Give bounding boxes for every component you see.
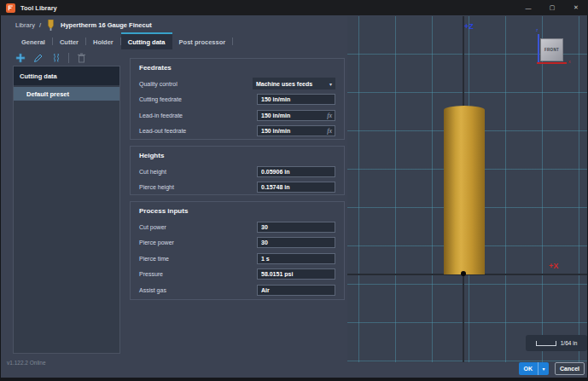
close-icon[interactable]: ✕ — [564, 0, 588, 15]
scale-indicator: 1/64 in — [526, 335, 587, 351]
version-text: v1.122.2 Online — [7, 360, 46, 366]
tool-library-window: Tool Library — ▢ ✕ Library / Hypertherm … — [0, 0, 588, 381]
quality-control-label: Quality control — [139, 81, 178, 87]
cut-power-input[interactable] — [258, 224, 335, 230]
pierce-time-input[interactable] — [258, 256, 335, 262]
view-cube-x-tick: x — [568, 59, 571, 64]
pierce-time-row: Pierce time — [139, 251, 335, 267]
cut-height-field — [257, 166, 335, 177]
lead-out-feedrate-field: fx — [257, 125, 335, 136]
breadcrumb-library-link[interactable]: Library — [15, 21, 35, 29]
pierce-power-input[interactable] — [258, 240, 335, 245]
pierce-time-field — [257, 253, 335, 264]
ruler-icon — [536, 341, 556, 346]
tab-post-processor[interactable]: Post processor — [172, 32, 233, 49]
heights-group: Heights Cut height Pierce height — [130, 146, 345, 195]
cut-power-label: Cut power — [139, 224, 166, 230]
edit-preset-button[interactable] — [32, 52, 44, 64]
trash-icon — [77, 53, 86, 63]
ok-dropdown-button[interactable]: ▾ — [538, 362, 549, 375]
minimize-icon[interactable]: — — [516, 0, 540, 15]
preset-list-panel: Cutting data Default preset — [13, 66, 120, 354]
feedrates-title: Feedrates — [139, 64, 335, 72]
breadcrumb-tool-name: Hypertherm 16 Gauge Finecut — [61, 21, 152, 29]
process-inputs-group: Process inputs Cut power Pierce power Pi… — [130, 201, 345, 300]
ok-button[interactable]: OK — [519, 362, 539, 375]
maximize-icon[interactable]: ▢ — [540, 0, 564, 15]
lead-in-feedrate-label: Lead-in feedrate — [139, 113, 183, 118]
title-bar: Tool Library — ▢ ✕ — [0, 0, 588, 15]
lead-out-feedrate-label: Lead-out feedrate — [139, 128, 186, 134]
view-cube-z-tick: z — [536, 27, 539, 32]
lead-in-feedrate-row: Lead-in feedrate fx — [139, 107, 335, 124]
fx-icon[interactable]: fx — [326, 127, 335, 135]
add-preset-button[interactable] — [15, 52, 26, 64]
lead-out-feedrate-input[interactable] — [258, 128, 326, 134]
cut-height-input[interactable] — [258, 169, 335, 175]
breadcrumb-separator: / — [39, 21, 41, 29]
tab-cutting-data[interactable]: Cutting data — [121, 32, 172, 49]
pressure-input[interactable] — [258, 271, 335, 277]
compare-presets-button[interactable] — [50, 52, 62, 64]
pressure-field — [257, 268, 335, 280]
cut-power-field — [257, 222, 335, 233]
delete-preset-button[interactable] — [75, 52, 87, 64]
tab-holder[interactable]: Holder — [86, 32, 120, 49]
chevron-down-icon: ▾ — [543, 366, 545, 372]
cutting-feedrate-row: Cutting feedrate — [139, 92, 335, 108]
heights-title: Heights — [139, 152, 335, 159]
breadcrumb: Library / Hypertherm 16 Gauge Finecut — [15, 18, 152, 32]
tool-library-dialog: Library / Hypertherm 16 Gauge Finecut Ge… — [1, 15, 587, 378]
plus-icon — [15, 53, 26, 63]
tab-separator — [232, 38, 233, 45]
toolbar-divider — [68, 53, 69, 63]
edit-icon — [33, 53, 44, 63]
pressure-label: Pressure — [139, 271, 163, 277]
assist-gas-row: Assist gas — [139, 282, 335, 298]
assist-gas-input[interactable] — [258, 287, 335, 293]
tool-geometry — [444, 106, 485, 274]
tool-origin-point — [461, 271, 466, 276]
view-cube[interactable]: FRONT — [540, 38, 563, 61]
tab-general[interactable]: General — [15, 32, 52, 49]
window-title: Tool Library — [20, 4, 57, 12]
cutting-feedrate-label: Cutting feedrate — [139, 96, 182, 102]
cut-height-row: Cut height — [139, 164, 335, 180]
lead-out-feedrate-row: Lead-out feedrate fx — [139, 124, 335, 140]
ok-button-group: OK ▾ — [519, 362, 550, 375]
quality-control-row: Quality control Machine uses feeds ▾ — [139, 76, 335, 92]
assist-gas-field — [257, 285, 335, 296]
x-axis-label: +X — [549, 262, 558, 270]
pierce-power-field — [257, 237, 335, 248]
quality-control-value: Machine uses feeds — [256, 81, 312, 87]
view-cube-x-axis — [537, 62, 567, 64]
compare-icon — [51, 53, 61, 63]
pierce-height-label: Pierce height — [139, 184, 174, 190]
feedrates-group: Feedrates Quality control Machine uses f… — [130, 58, 345, 140]
pierce-height-row: Pierce height — [139, 180, 335, 196]
preset-list-item-default[interactable]: Default preset — [14, 87, 119, 101]
cutting-feedrate-field — [257, 94, 335, 105]
lead-in-feedrate-field: fx — [257, 110, 335, 121]
app-icon — [6, 3, 15, 13]
quality-control-select[interactable]: Machine uses feeds ▾ — [253, 78, 335, 89]
pierce-power-row: Pierce power — [139, 235, 335, 251]
fx-icon[interactable]: fx — [326, 112, 335, 119]
tab-bar: General Cutter Holder Cutting data Post … — [15, 32, 233, 49]
process-inputs-title: Process inputs — [139, 207, 335, 215]
z-axis-label: +Z — [464, 22, 474, 31]
tool-bit-icon — [47, 20, 55, 31]
pierce-height-input[interactable] — [258, 184, 335, 190]
cut-power-row: Cut power — [139, 219, 335, 235]
dialog-buttons: OK ▾ Cancel — [519, 362, 585, 375]
cutting-feedrate-input[interactable] — [258, 96, 335, 102]
cancel-button[interactable]: Cancel — [555, 362, 585, 375]
scale-label: 1/64 in — [561, 340, 578, 346]
tab-cutter[interactable]: Cutter — [53, 32, 85, 49]
assist-gas-label: Assist gas — [139, 287, 166, 293]
chevron-down-icon: ▾ — [329, 81, 332, 87]
tool-preview-viewport[interactable]: +Z +X z x FRONT 1/64 in — [347, 16, 587, 362]
pierce-time-label: Pierce time — [139, 256, 169, 262]
lead-in-feedrate-input[interactable] — [258, 113, 326, 118]
cut-height-label: Cut height — [139, 169, 166, 175]
